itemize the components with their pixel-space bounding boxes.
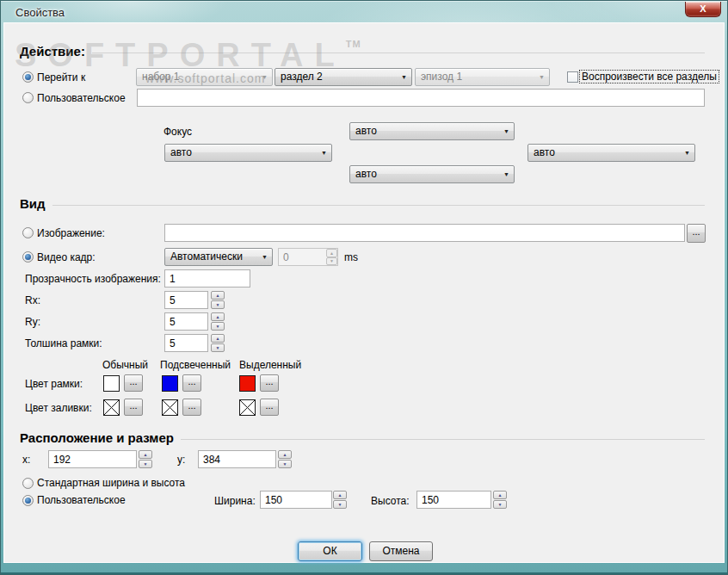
episode-dropdown-value: эпизод 1 bbox=[421, 71, 462, 83]
image-radio[interactable] bbox=[22, 227, 34, 238]
fill-color-selected-button[interactable]: ... bbox=[260, 399, 279, 416]
window-title: Свойства bbox=[15, 6, 65, 19]
state-selected-header: Выделенный bbox=[239, 359, 301, 371]
view-section-header: Вид bbox=[20, 196, 705, 211]
fill-color-normal-swatch[interactable] bbox=[103, 399, 120, 416]
border-color-highlighted-swatch[interactable] bbox=[162, 375, 178, 392]
image-path-input[interactable] bbox=[164, 224, 685, 242]
width-input[interactable] bbox=[260, 491, 332, 509]
border-color-highlighted-button[interactable]: ... bbox=[182, 374, 201, 392]
titlebar[interactable]: Свойства X bbox=[1, 1, 727, 22]
spin-down-icon: ▼ bbox=[216, 345, 220, 350]
position-header-label: Расположение и размер bbox=[20, 430, 174, 445]
spin-up-button[interactable]: ▲ bbox=[211, 334, 225, 343]
fill-color-highlighted-button[interactable]: ... bbox=[182, 399, 201, 416]
position-section-header: Расположение и размер bbox=[20, 430, 705, 445]
chevron-down-icon: ▼ bbox=[684, 150, 690, 156]
focus-up-dropdown[interactable]: авто ▼ bbox=[349, 122, 515, 140]
standard-size-label[interactable]: Стандартная ширина и высота bbox=[37, 477, 185, 489]
fill-color-highlighted-swatch[interactable] bbox=[162, 399, 178, 416]
focus-label: Фокус bbox=[163, 126, 192, 138]
y-label: y: bbox=[177, 454, 185, 466]
custom-size-radio[interactable] bbox=[22, 495, 34, 506]
spin-down-button[interactable]: ▼ bbox=[326, 257, 337, 266]
spin-up-button[interactable]: ▲ bbox=[139, 450, 152, 459]
play-all-label[interactable]: Воспроизвести все разделы bbox=[580, 71, 719, 83]
image-browse-button[interactable]: ... bbox=[687, 224, 706, 243]
spin-up-button[interactable]: ▲ bbox=[326, 249, 337, 257]
spin-up-icon: ▲ bbox=[216, 336, 220, 341]
spin-up-icon: ▲ bbox=[144, 452, 148, 457]
thickness-spin: ▲ ▼ bbox=[211, 334, 225, 352]
action-header-label: Действие: bbox=[20, 44, 85, 59]
cancel-button[interactable]: Отмена bbox=[369, 541, 433, 561]
section-dropdown[interactable]: раздел 2 ▼ bbox=[275, 68, 412, 86]
spin-down-button[interactable]: ▼ bbox=[211, 322, 225, 331]
close-button[interactable]: X bbox=[685, 2, 721, 17]
custom-size-label[interactable]: Пользовательское bbox=[37, 494, 126, 506]
goto-radio-label[interactable]: Перейти к bbox=[37, 71, 85, 83]
height-label: Высота: bbox=[371, 495, 410, 507]
ry-input[interactable] bbox=[164, 312, 208, 331]
ok-button[interactable]: ОК bbox=[298, 541, 362, 561]
custom-action-label[interactable]: Пользовательское bbox=[37, 92, 126, 104]
chevron-down-icon: ▼ bbox=[503, 128, 509, 134]
section-dropdown-value: раздел 2 bbox=[281, 71, 323, 83]
fill-color-normal-button[interactable]: ... bbox=[124, 399, 143, 416]
spin-down-button[interactable]: ▼ bbox=[333, 500, 347, 509]
focus-down-dropdown[interactable]: авто ▼ bbox=[349, 165, 515, 183]
spin-up-button[interactable]: ▲ bbox=[333, 491, 347, 499]
spin-down-button[interactable]: ▼ bbox=[139, 460, 152, 468]
border-color-selected-swatch[interactable] bbox=[239, 375, 256, 392]
spin-up-button[interactable]: ▲ bbox=[211, 312, 225, 321]
thickness-input[interactable] bbox=[164, 334, 208, 352]
video-frame-radio[interactable] bbox=[22, 251, 34, 263]
spin-up-button[interactable]: ▲ bbox=[278, 450, 292, 459]
x-input[interactable] bbox=[48, 450, 137, 468]
view-header-label: Вид bbox=[20, 196, 46, 211]
state-highlighted-header: Подсвеченный bbox=[160, 359, 231, 371]
border-color-normal-swatch[interactable] bbox=[103, 375, 120, 392]
spin-down-button[interactable]: ▼ bbox=[493, 500, 507, 509]
chevron-down-icon: ▼ bbox=[401, 74, 407, 80]
spin-down-button[interactable]: ▼ bbox=[211, 343, 225, 352]
spin-down-button[interactable]: ▼ bbox=[211, 300, 225, 309]
ellipsis-icon: ... bbox=[129, 376, 137, 386]
y-input[interactable] bbox=[198, 450, 276, 468]
spin-down-icon: ▼ bbox=[144, 461, 148, 467]
ellipsis-icon: ... bbox=[265, 400, 273, 411]
video-mode-value: Автоматически bbox=[170, 250, 243, 263]
action-section-header: Действие: bbox=[20, 44, 705, 59]
close-icon: X bbox=[700, 3, 706, 14]
border-color-normal-button[interactable]: ... bbox=[124, 374, 143, 392]
rx-input[interactable] bbox=[164, 291, 208, 309]
width-label: Ширина: bbox=[214, 495, 256, 507]
opacity-input[interactable] bbox=[164, 269, 250, 288]
ellipsis-icon: ... bbox=[129, 400, 137, 411]
goto-radio[interactable] bbox=[22, 71, 34, 83]
fill-color-selected-swatch[interactable] bbox=[239, 399, 256, 416]
spin-up-icon: ▲ bbox=[330, 250, 334, 256]
spin-up-button[interactable]: ▲ bbox=[493, 491, 507, 499]
spin-up-button[interactable]: ▲ bbox=[211, 291, 225, 300]
custom-action-radio[interactable] bbox=[22, 92, 34, 103]
rx-label: Rx: bbox=[25, 294, 40, 306]
play-all-checkbox[interactable] bbox=[567, 71, 578, 83]
video-mode-dropdown[interactable]: Автоматически ▼ bbox=[164, 248, 273, 266]
custom-action-input[interactable] bbox=[137, 89, 705, 107]
standard-size-radio[interactable] bbox=[22, 478, 34, 489]
x-label: x: bbox=[22, 454, 30, 466]
focus-up-value: авто bbox=[355, 125, 377, 137]
ellipsis-icon: ... bbox=[692, 226, 700, 237]
height-input[interactable] bbox=[416, 491, 491, 509]
set-dropdown[interactable]: набор 1 ▼ bbox=[136, 68, 273, 86]
focus-left-dropdown[interactable]: авто ▼ bbox=[164, 144, 332, 162]
spin-down-button[interactable]: ▼ bbox=[278, 460, 292, 468]
focus-right-dropdown[interactable]: авто ▼ bbox=[527, 144, 695, 162]
image-radio-label[interactable]: Изображение: bbox=[37, 227, 105, 239]
episode-dropdown[interactable]: эпизод 1 ▼ bbox=[415, 68, 550, 86]
video-frame-label[interactable]: Видео кадр: bbox=[37, 251, 96, 263]
spin-down-icon: ▼ bbox=[330, 258, 334, 263]
border-color-selected-button[interactable]: ... bbox=[260, 374, 279, 392]
action-header-rule bbox=[92, 53, 705, 53]
